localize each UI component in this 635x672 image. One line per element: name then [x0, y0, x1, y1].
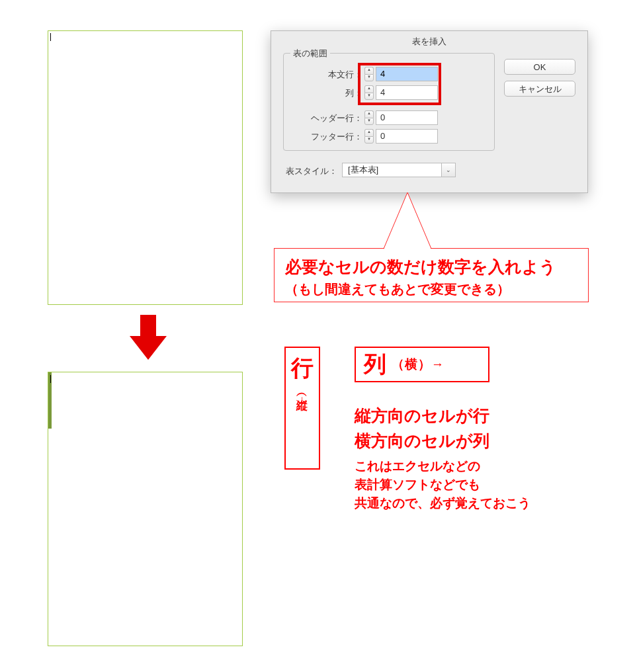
row-direction: （縦）→: [295, 389, 310, 408]
column-kanji: 列: [364, 349, 386, 380]
text-frame-after: [48, 372, 243, 646]
header-rows-label: ヘッダー行：: [311, 112, 362, 124]
body-rows-input[interactable]: 4: [376, 67, 438, 81]
text-frame-before: [48, 30, 243, 305]
callout-annotation: 必要なセルの数だけ数字を入れよう （もし間違えてもあとで変更できる）: [274, 248, 589, 302]
table-row: [49, 415, 52, 429]
table-style-label: 表スタイル：: [286, 165, 337, 177]
table-style-value: [基本表]: [343, 164, 441, 176]
callout-border-mask: [384, 248, 431, 249]
column-direction: （横）→: [392, 356, 444, 373]
columns-label: 列：: [345, 87, 362, 99]
footer-rows-label: フッター行：: [311, 131, 362, 143]
columns-input[interactable]: 4: [376, 85, 438, 100]
chevron-up-icon[interactable]: ▲: [364, 129, 374, 136]
columns-stepper[interactable]: ▲ ▼: [364, 85, 374, 100]
cancel-button[interactable]: キャンセル: [504, 81, 575, 97]
chevron-up-icon[interactable]: ▲: [364, 110, 374, 118]
callout-pointer-icon: [381, 192, 434, 249]
ok-button[interactable]: OK: [504, 59, 575, 75]
row-legend-box: 行 （縦）→: [284, 347, 320, 470]
explain-line-2: 横方向のセルが列: [355, 430, 489, 452]
explain-line-3: これはエクセルなどの: [355, 458, 480, 475]
header-rows-stepper[interactable]: ▲ ▼: [364, 110, 374, 125]
chevron-down-icon[interactable]: ▼: [364, 93, 374, 101]
explain-line-5: 共通なので、必ず覚えておこう: [355, 495, 530, 512]
callout-text-sub: （もし間違えてもあとで変更できる）: [285, 280, 581, 298]
insert-table-dialog: 表を挿入 表の範囲 本文行： ▲ ▼ 4 列： ▲ ▼ 4 ヘッダー行： ▲: [271, 30, 588, 193]
footer-rows-input[interactable]: 0: [376, 129, 438, 144]
body-rows-label: 本文行：: [328, 69, 362, 81]
chevron-up-icon[interactable]: ▲: [364, 85, 374, 93]
svg-marker-2: [130, 315, 167, 360]
explain-line-4: 表計算ソフトなどでも: [355, 476, 480, 493]
body-rows-stepper[interactable]: ▲ ▼: [364, 67, 374, 81]
table-row: [49, 387, 52, 401]
dropdown-chevron-icon[interactable]: ⌄: [441, 163, 455, 177]
explain-line-1: 縦方向のセルが行: [355, 405, 489, 427]
column-legend-box: 列 （横）→: [355, 347, 489, 382]
table-row: [49, 401, 52, 415]
row-kanji: 行: [286, 353, 319, 384]
svg-marker-1: [387, 194, 428, 249]
callout-text-main: 必要なセルの数だけ数字を入れよう: [285, 256, 581, 278]
fieldset-legend: 表の範囲: [290, 48, 330, 60]
table-style-select[interactable]: [基本表] ⌄: [342, 163, 456, 177]
chevron-down-icon[interactable]: ▼: [364, 118, 374, 126]
chevron-down-icon[interactable]: ▼: [364, 74, 374, 82]
arrow-down-icon: [130, 315, 167, 360]
text-cursor-icon: [50, 33, 51, 41]
header-rows-input[interactable]: 0: [376, 110, 438, 125]
text-cursor-icon: [50, 375, 51, 383]
table-range-fieldset: 表の範囲 本文行： ▲ ▼ 4 列： ▲ ▼ 4 ヘッダー行： ▲ ▼: [283, 53, 495, 151]
chevron-down-icon[interactable]: ▼: [364, 136, 374, 144]
chevron-up-icon[interactable]: ▲: [364, 67, 374, 74]
footer-rows-stepper[interactable]: ▲ ▼: [364, 129, 374, 144]
